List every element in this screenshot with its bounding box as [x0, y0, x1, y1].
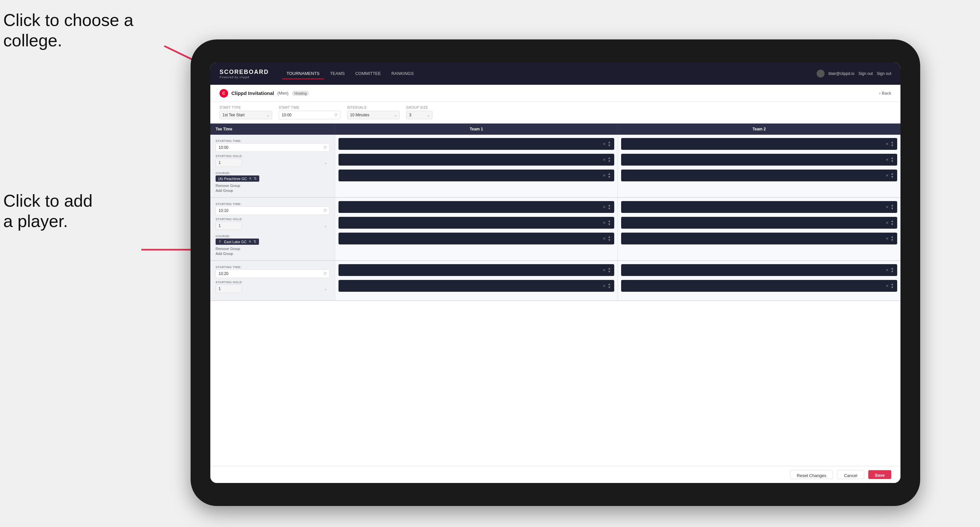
player-slot-x-2-1[interactable]: ✕: [886, 142, 889, 146]
course-tag-1[interactable]: (A) Peachtree GC ✕ ⇅: [216, 175, 259, 182]
player-slot-arrows-6-1[interactable]: ▲▼: [891, 267, 894, 273]
player-slot-2-2[interactable]: ✕ ▲▼: [621, 154, 897, 166]
player-slot-x-3-2[interactable]: ✕: [603, 221, 606, 225]
player-slot-3-1[interactable]: ✕ ▲▼: [339, 201, 614, 213]
team2-col-1: ✕ ▲▼ ✕ ▲▼ ✕ ▲▼: [618, 135, 900, 197]
player-slot-arrows-2-2[interactable]: ▲▼: [891, 156, 894, 163]
starting-time-field-2: STARTING TIME: ⏱: [216, 202, 329, 215]
starting-hole-select-3[interactable]: 1: [216, 284, 242, 293]
reset-changes-button[interactable]: Reset Changes: [790, 470, 834, 479]
player-slot-arrows-1-2[interactable]: ▲▼: [608, 156, 611, 163]
player-slot-x-4-3[interactable]: ✕: [886, 237, 889, 241]
nav-rankings[interactable]: RANKINGS: [387, 68, 418, 79]
starting-hole-wrapper-1: 1: [216, 158, 329, 167]
starting-time-field-3: STARTING TIME: ⏱: [216, 265, 329, 278]
player-slot-4-1[interactable]: ✕ ▲▼: [621, 201, 897, 213]
start-time-input[interactable]: [279, 111, 340, 119]
player-slot-x-4-1[interactable]: ✕: [886, 205, 889, 209]
team1-col-2: ✕ ▲▼ ✕ ▲▼ ✕ ▲▼: [335, 198, 618, 260]
starting-time-input-1[interactable]: [216, 143, 329, 152]
player-slot-arrows-4-2[interactable]: ▲▼: [891, 219, 894, 226]
course-tag-x-1[interactable]: ✕: [249, 176, 252, 181]
clippd-logo-icon: C: [220, 89, 228, 98]
starting-time-label-3: STARTING TIME:: [216, 265, 329, 269]
player-slot-4-2[interactable]: ✕ ▲▼: [621, 217, 897, 229]
player-slot-5-1[interactable]: ✕ ▲▼: [339, 264, 614, 276]
starting-hole-wrapper-2: 1: [216, 221, 329, 230]
group-size-select[interactable]: 3: [406, 111, 433, 119]
annotation-choose-college: Click to choose a college.: [3, 10, 134, 51]
course-tag-2[interactable]: 🏌 East Lake GC ✕ ⇅: [216, 238, 259, 245]
group-row-1: STARTING TIME: ⏱ STARTING HOLE: 1: [210, 135, 900, 198]
add-group-2[interactable]: Add Group: [216, 252, 329, 256]
player-slot-arrows-4-3[interactable]: ▲▼: [891, 235, 894, 242]
team1-col-3: ✕ ▲▼ ✕ ▲▼: [335, 261, 618, 300]
add-group-1[interactable]: Add Group: [216, 189, 329, 192]
footer: Reset Changes Cancel Save: [210, 466, 900, 483]
player-slot-arrows-4-1[interactable]: ▲▼: [891, 204, 894, 210]
nav-tournaments[interactable]: TOURNAMENTS: [282, 68, 324, 79]
start-type-select[interactable]: 1st Tee Start: [220, 111, 272, 119]
player-slot-x-6-2[interactable]: ✕: [886, 284, 889, 288]
player-slot-3-2[interactable]: ✕ ▲▼: [339, 217, 614, 229]
starting-hole-select-1[interactable]: 1: [216, 158, 242, 167]
player-slot-arrows-1-3[interactable]: ▲▼: [608, 172, 611, 179]
starting-time-input-3[interactable]: [216, 270, 329, 278]
player-slot-x-5-1[interactable]: ✕: [603, 268, 606, 272]
sign-out-button[interactable]: Sign out: [877, 71, 891, 76]
player-slot-4-3[interactable]: ✕ ▲▼: [621, 233, 897, 244]
action-links-2: Remove Group Add Group: [216, 247, 329, 256]
intervals-select[interactable]: 10 Minutes: [347, 111, 399, 119]
player-slot-arrows-2-1[interactable]: ▲▼: [891, 141, 894, 147]
course-tag-sort-2[interactable]: ⇅: [253, 240, 256, 244]
player-slot-5-2[interactable]: ✕ ▲▼: [339, 280, 614, 292]
player-slot-x-1-1[interactable]: ✕: [603, 142, 606, 146]
player-slot-2-1[interactable]: ✕ ▲▼: [621, 138, 897, 150]
player-slot-arrows-3-2[interactable]: ▲▼: [608, 219, 611, 226]
player-slot-arrows-1-1[interactable]: ▲▼: [608, 141, 611, 147]
player-slot-6-2[interactable]: ✕ ▲▼: [621, 280, 897, 292]
player-slot-arrows-3-1[interactable]: ▲▼: [608, 204, 611, 210]
remove-group-2[interactable]: Remove Group: [216, 247, 329, 251]
player-slot-arrows-3-3[interactable]: ▲▼: [608, 235, 611, 242]
nav-teams[interactable]: TEAMS: [325, 68, 349, 79]
save-button[interactable]: Save: [868, 470, 891, 479]
player-slot-arrows-5-1[interactable]: ▲▼: [608, 267, 611, 273]
course-tag-sort-1[interactable]: ⇅: [254, 176, 257, 181]
player-slot-3-3[interactable]: ✕ ▲▼: [339, 233, 614, 244]
player-slot-x-2-2[interactable]: ✕: [886, 158, 889, 162]
starting-hole-field-3: STARTING HOLE: 1: [216, 281, 329, 293]
settings-row: Start Type 1st Tee Start Start Time ⏱ In…: [210, 102, 900, 124]
starting-hole-select-2[interactable]: 1: [216, 221, 242, 230]
player-slot-x-5-2[interactable]: ✕: [603, 284, 606, 288]
player-slot-6-1[interactable]: ✕ ▲▼: [621, 264, 897, 276]
remove-group-1[interactable]: Remove Group: [216, 184, 329, 187]
group-size-wrapper: 3: [406, 111, 433, 119]
tablet-screen: SCOREBOARD Powered by clippd TOURNAMENTS…: [210, 62, 900, 483]
player-slot-x-1-3[interactable]: ✕: [603, 173, 606, 178]
course-tag-x-2[interactable]: ✕: [248, 240, 251, 244]
player-slot-arrows-6-2[interactable]: ▲▼: [891, 283, 894, 289]
starting-time-wrapper-3: ⏱: [216, 270, 329, 278]
group-teams-3: ✕ ▲▼ ✕ ▲▼ ✕ ▲▼: [335, 261, 900, 300]
nav-committee[interactable]: COMMITTEE: [351, 68, 385, 79]
starting-time-input-2[interactable]: [216, 206, 329, 215]
player-slot-x-4-2[interactable]: ✕: [886, 221, 889, 225]
player-slot-1-1[interactable]: ✕ ▲▼: [339, 138, 614, 150]
nav-logo: SCOREBOARD Powered by clippd: [220, 69, 269, 79]
player-slot-1-3[interactable]: ✕ ▲▼: [339, 170, 614, 181]
back-button[interactable]: ‹ Back: [879, 90, 891, 95]
player-slot-x-2-3[interactable]: ✕: [886, 173, 889, 178]
player-slot-x-3-3[interactable]: ✕: [603, 237, 606, 241]
group-left-2: STARTING TIME: ⏱ STARTING HOLE: 1: [210, 198, 335, 260]
cancel-button[interactable]: Cancel: [837, 470, 864, 479]
player-slot-2-3[interactable]: ✕ ▲▼: [621, 170, 897, 181]
player-slot-arrows-2-3[interactable]: ▲▼: [891, 172, 894, 179]
player-slot-arrows-5-2[interactable]: ▲▼: [608, 283, 611, 289]
player-slot-1-2[interactable]: ✕ ▲▼: [339, 154, 614, 166]
sign-out-link[interactable]: Sign out: [858, 71, 873, 76]
player-slot-x-3-1[interactable]: ✕: [603, 205, 606, 209]
player-slot-x-1-2[interactable]: ✕: [603, 158, 606, 162]
player-slot-x-6-1[interactable]: ✕: [886, 268, 889, 272]
starting-hole-label-3: STARTING HOLE:: [216, 281, 329, 284]
